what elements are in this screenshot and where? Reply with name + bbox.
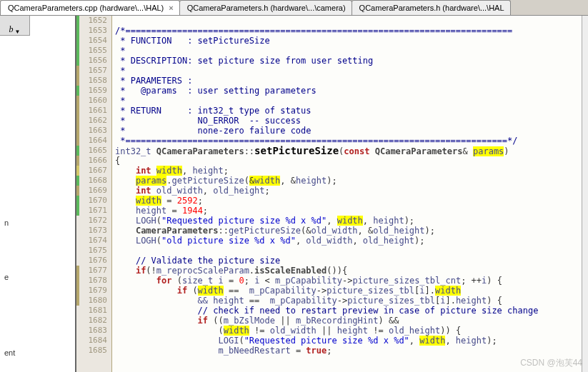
change-marker: [76, 86, 79, 96]
line-number: 1682: [76, 316, 111, 326]
line-number: 1678: [76, 276, 111, 286]
vertical-scrollbar[interactable]: [582, 16, 588, 372]
change-marker: [76, 76, 79, 86]
code-line[interactable]: if (width == m_pCapability->picture_size…: [115, 286, 582, 296]
line-number: 1660: [76, 96, 111, 106]
line-number: 1670: [76, 196, 111, 206]
tab-label: QCameraParameters.cpp (hardware\...\HAL): [8, 4, 164, 12]
line-number: 1657: [76, 66, 111, 76]
line-number: 1652: [76, 16, 111, 26]
line-number: 1685: [76, 346, 111, 356]
change-marker: [76, 166, 79, 176]
code-line[interactable]: for (size_t i = 0; i < m_pCapability->pi…: [115, 276, 582, 286]
line-number: 1672: [76, 216, 111, 226]
line-number: 1656: [76, 56, 111, 66]
code-line[interactable]: LOGH("Requested picture size %d x %d", w…: [115, 216, 582, 226]
code-line[interactable]: && height == m_pCapability->picture_size…: [115, 296, 582, 306]
code-line[interactable]: *=======================================…: [115, 136, 582, 146]
line-number: 1680: [76, 296, 111, 306]
change-marker: [76, 266, 79, 276]
code-line[interactable]: *: [115, 46, 582, 56]
line-gutter: 1652165316541655165616571658165916601661…: [76, 16, 112, 372]
change-marker: [76, 206, 79, 216]
code-line[interactable]: CameraParameters::getPictureSize(&old_wi…: [115, 226, 582, 236]
code-line[interactable]: * PARAMETERS :: [115, 76, 582, 86]
line-number: 1667: [76, 166, 111, 176]
code-line[interactable]: // check if need to restart preview in c…: [115, 306, 582, 316]
line-number: 1665: [76, 146, 111, 156]
line-number: 1666: [76, 156, 111, 166]
code-line[interactable]: height = 1944;: [115, 206, 582, 216]
code-line[interactable]: int32_t QCameraParameters::setPictureSiz…: [115, 146, 582, 156]
line-number: 1662: [76, 116, 111, 126]
line-number: 1668: [76, 176, 111, 186]
code-line[interactable]: m_bNeedRestart = true;: [115, 346, 582, 356]
side-label: n: [4, 218, 9, 227]
line-number: 1684: [76, 336, 111, 346]
code-line[interactable]: * none-zero failure code: [115, 126, 582, 136]
line-number: 1658: [76, 76, 111, 86]
code-line[interactable]: int old_width, old_height;: [115, 186, 582, 196]
code-line[interactable]: if ((m_bZslMode || m_bRecordingHint) &&: [115, 316, 582, 326]
file-tab[interactable]: QCameraParameters.cpp (hardware\...\HAL)…: [0, 0, 180, 15]
code-line[interactable]: * FUNCTION : setPictureSize: [115, 36, 582, 46]
change-marker: [76, 196, 79, 206]
line-number: 1671: [76, 206, 111, 216]
code-line[interactable]: if(!m_reprocScaleParam.isScaleEnabled())…: [115, 266, 582, 276]
line-number: 1663: [76, 126, 111, 136]
change-marker: [76, 136, 79, 146]
code-line[interactable]: {: [115, 156, 582, 166]
code-line[interactable]: (width != old_width || height != old_hei…: [115, 326, 582, 336]
line-number: 1677: [76, 266, 111, 276]
code-line[interactable]: *: [115, 96, 582, 106]
code-line[interactable]: LOGH("old picture size %d x %d", old_wid…: [115, 236, 582, 246]
code-line[interactable]: [115, 246, 582, 256]
code-line[interactable]: /*======================================…: [115, 26, 582, 36]
file-tab[interactable]: QCameraParameters.h (hardware\...\camera…: [179, 0, 352, 15]
line-number: 1679: [76, 286, 111, 296]
line-number: 1664: [76, 136, 111, 146]
change-marker: [76, 66, 79, 76]
tab-bar: QCameraParameters.cpp (hardware\...\HAL)…: [0, 0, 588, 16]
code-line[interactable]: int width, height;: [115, 166, 582, 176]
code-line[interactable]: *: [115, 66, 582, 76]
code-line[interactable]: * DESCRIPTION: set picture size from use…: [115, 56, 582, 66]
change-marker: [76, 286, 79, 296]
change-marker: [76, 26, 79, 36]
change-marker: [76, 186, 79, 196]
line-number: 1654: [76, 36, 111, 46]
side-label: ent: [4, 348, 15, 357]
line-number: 1675: [76, 246, 111, 256]
change-marker: [76, 106, 79, 116]
code-area[interactable]: /*======================================…: [112, 16, 582, 372]
line-number: 1669: [76, 186, 111, 196]
side-panel: b neent: [0, 16, 76, 372]
code-line[interactable]: // Validate the picture size: [115, 256, 582, 266]
code-line[interactable]: * NO_ERROR -- success: [115, 116, 582, 126]
line-number: 1659: [76, 86, 111, 96]
code-line[interactable]: [115, 16, 582, 26]
line-number: 1676: [76, 256, 111, 266]
code-line[interactable]: LOGI("Requested picture size %d x %d", w…: [115, 336, 582, 346]
change-marker: [76, 36, 79, 46]
line-number: 1681: [76, 306, 111, 316]
side-stub[interactable]: b: [0, 16, 30, 36]
tab-label: QCameraParameters.h (hardware\...\HAL: [359, 4, 504, 12]
line-number: 1661: [76, 106, 111, 116]
change-marker: [76, 16, 79, 26]
close-icon[interactable]: ×: [169, 4, 173, 12]
code-line[interactable]: * @params : user setting parameters: [115, 86, 582, 96]
change-marker: [76, 176, 79, 186]
change-marker: [76, 276, 79, 286]
change-marker: [76, 146, 79, 156]
change-marker: [76, 96, 79, 106]
tab-label: QCameraParameters.h (hardware\...\camera…: [187, 4, 346, 12]
code-line[interactable]: width = 2592;: [115, 196, 582, 206]
change-marker: [76, 156, 79, 166]
line-number: 1683: [76, 326, 111, 336]
code-line[interactable]: params.getPictureSize(&width, &height);: [115, 176, 582, 186]
change-marker: [76, 46, 79, 56]
line-number: 1673: [76, 226, 111, 236]
file-tab[interactable]: QCameraParameters.h (hardware\...\HAL: [352, 0, 511, 15]
code-line[interactable]: * RETURN : int32_t type of status: [115, 106, 582, 116]
